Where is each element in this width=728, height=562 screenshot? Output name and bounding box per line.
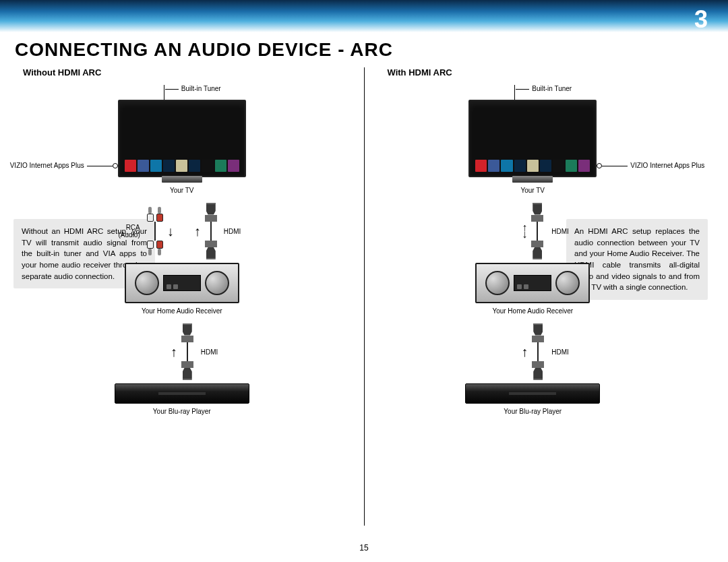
right-tv-label: Your TV (520, 187, 545, 195)
hdmi-cable-icon (532, 323, 544, 380)
page-footer-number: 15 (0, 543, 728, 553)
arrow-up-icon: ↑ (171, 345, 177, 358)
column-without-arc: Without HDMI ARC Without an HDMI ARC set… (0, 67, 365, 526)
arrow-up-icon: ↑ (521, 345, 528, 358)
left-cables-tv-receiver: RCA (Audio) ↓ (147, 199, 217, 263)
right-cables-tv-receiver: ↑↓ HDMI (522, 199, 543, 263)
right-apps-label: VIZIO Internet Apps Plus (630, 162, 704, 170)
column-with-arc: With HDMI ARC An HDMI ARC setup replaces… (365, 67, 729, 526)
hdmi-cable-icon (205, 203, 217, 259)
left-tuner-label: Built-in Tuner (181, 85, 221, 93)
bluray-player-icon (115, 383, 249, 404)
tv-apps-bar-icon (125, 160, 239, 172)
header-gradient (0, 0, 728, 32)
left-hdmi2-label: HDMI (201, 348, 218, 355)
left-diagram-stack: Built-in Tuner VIZIO Internet Apps Plus (115, 88, 249, 420)
av-receiver-icon (125, 263, 239, 303)
right-bluray-label: Your Blu-ray Player (504, 408, 562, 416)
left-cables-receiver-bluray: ↑ HDMI (171, 319, 193, 383)
left-bluray-label: Your Blu-ray Player (153, 408, 211, 416)
right-cables-receiver-bluray: ↑ HDMI (521, 319, 544, 383)
pin-dot-icon (113, 163, 118, 168)
right-hdmi2-label: HDMI (551, 348, 569, 355)
left-tv-label: Your TV (170, 187, 194, 195)
tv-icon: VIZIO Internet Apps Plus (468, 100, 597, 183)
av-receiver-icon (475, 263, 590, 303)
tv-apps-bar-icon (475, 160, 590, 172)
left-rca-label: RCA (Audio) (119, 224, 140, 239)
page-title: CONNECTING AN AUDIO DEVICE - ARC (15, 39, 393, 61)
right-tuner-label: Built-in Tuner (532, 85, 572, 93)
arrow-up-icon: ↑ (194, 224, 201, 238)
arrow-updown-icon: ↑↓ (522, 224, 527, 237)
right-hdmi1-label: HDMI (551, 227, 569, 235)
pin-dot-icon (597, 163, 602, 168)
left-hdmi1-label: HDMI (224, 227, 241, 235)
hdmi-cable-icon (531, 203, 543, 259)
two-column-layout: Without HDMI ARC Without an HDMI ARC set… (0, 67, 728, 526)
arrow-down-icon: ↓ (167, 224, 174, 238)
bluray-player-icon (465, 383, 600, 404)
right-receiver-label: Your Home Audio Receiver (492, 307, 573, 315)
right-diagram-stack: Built-in Tuner VIZIO Internet Apps Plus (465, 88, 600, 420)
rca-cable-icon (147, 207, 163, 255)
left-receiver-label: Your Home Audio Receiver (142, 307, 222, 315)
left-apps-label: VIZIO Internet Apps Plus (10, 162, 84, 170)
right-subheading: With HDMI ARC (388, 67, 715, 77)
tv-icon: VIZIO Internet Apps Plus (118, 100, 246, 183)
hdmi-cable-icon (181, 323, 193, 380)
left-subheading: Without HDMI ARC (23, 67, 351, 77)
chapter-number: 3 (694, 5, 708, 34)
